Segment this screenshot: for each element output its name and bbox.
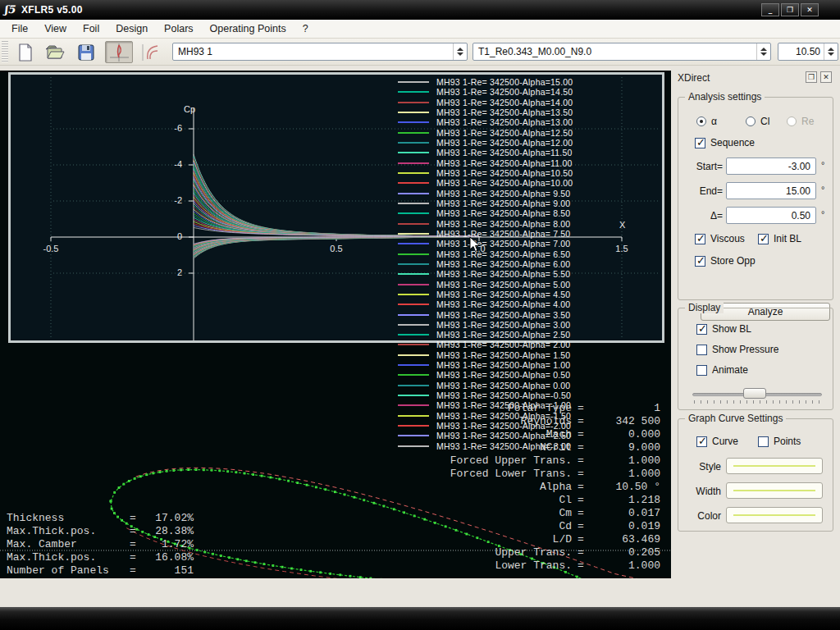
y-tick-label: -2 <box>161 195 182 205</box>
foil-prop-value: 17.02% <box>143 512 194 524</box>
legend-color-swatch <box>398 284 429 285</box>
oppoint-row: NCrit=9.000 <box>353 441 660 454</box>
alpha-spinbox[interactable]: 10.50 <box>778 43 838 61</box>
end-unit: ° <box>821 185 824 194</box>
oppoint-value: 0.205 <box>590 546 660 559</box>
legend-item: MH93 1-Re= 342500-Alpha= 6.50 <box>398 249 570 258</box>
polar-view-button[interactable] <box>136 41 164 63</box>
viscous-label: Viscous <box>710 233 745 244</box>
minimize-button[interactable]: _ <box>761 3 779 16</box>
init-bl-checkbox[interactable]: Init BL <box>758 233 801 244</box>
legend-color-swatch <box>398 102 429 103</box>
checkbox-box <box>758 436 769 447</box>
new-file-button[interactable] <box>13 41 38 63</box>
end-input[interactable] <box>726 182 816 199</box>
radio-alpha[interactable]: α <box>696 116 717 127</box>
slider-ticks <box>694 400 820 404</box>
equals: = <box>572 507 590 519</box>
oppoint-label: L/D <box>353 533 572 546</box>
y-tick-label: 2 <box>161 267 182 277</box>
oppoint-label: Cd <box>353 520 572 532</box>
oppoint-row: Forced Upper Trans.=1.000 <box>353 454 660 467</box>
dock-close-button[interactable]: ✕ <box>820 71 832 83</box>
style-dropdown[interactable] <box>726 458 823 474</box>
equals: = <box>130 512 143 524</box>
legend-color-swatch <box>398 193 429 194</box>
menu-item-?[interactable]: ? <box>294 21 317 37</box>
show-pressure-checkbox[interactable]: Show Pressure <box>696 344 778 355</box>
legend-item: MH93 1-Re= 342500-Alpha=14.00 <box>398 98 573 107</box>
oppoint-label: Polar Type <box>353 402 572 414</box>
oppoint-row: Cd=0.019 <box>353 520 660 532</box>
legend-label: MH93 1-Re= 342500-Alpha= 2.50 <box>436 330 570 340</box>
alpha-spinbox-spin[interactable] <box>824 43 838 60</box>
color-dropdown[interactable] <box>726 507 823 523</box>
radio-cl[interactable]: Cl <box>746 116 769 127</box>
oppoint-value: 0.000 <box>590 428 660 441</box>
legend-color-swatch <box>398 81 429 83</box>
legend-label: MH93 1-Re= 342500-Alpha=12.50 <box>436 128 573 138</box>
oppoint-value: 63.469 <box>590 533 660 546</box>
display-group: Display Show BL Show Pressure Animate <box>678 308 833 410</box>
dock-float-button[interactable]: ❐ <box>806 71 817 83</box>
width-dropdown[interactable] <box>726 482 823 499</box>
graphics-client-area[interactable]: Cp X -6-4-202 -0.50.51.01.5 MH93 1-Re= 3… <box>0 71 671 578</box>
init-bl-label: Init BL <box>774 233 801 244</box>
foil-selector-spin[interactable] <box>453 43 467 60</box>
equals: = <box>130 538 143 550</box>
polar-selector-combo[interactable]: T1_Re0.343_M0.00_N9.0 <box>472 43 771 61</box>
polar-selector-spin[interactable] <box>756 43 770 60</box>
legend-label: MH93 1-Re= 342500-Alpha=12.00 <box>436 138 573 148</box>
toolbar-drag-handle[interactable] <box>2 41 8 62</box>
legend-label: MH93 1-Re= 342500-Alpha= 4.50 <box>436 290 570 299</box>
menu-item-operating-points[interactable]: Operating Points <box>202 21 294 37</box>
foil-prop-row: Max.Thick.pos.=16.08% <box>7 551 195 564</box>
oppoint-value: 342 500 <box>590 415 660 427</box>
menu-item-foil[interactable]: Foil <box>75 21 107 37</box>
viscous-checkbox[interactable]: Viscous <box>695 233 745 244</box>
analysis-settings-title: Analysis settings <box>685 91 765 103</box>
oppoint-row: Cl=1.218 <box>353 494 660 506</box>
oppoint-label: Cm <box>353 507 572 519</box>
menu-item-polars[interactable]: Polars <box>156 21 201 37</box>
oppoint-row: Mach=0.000 <box>353 428 660 441</box>
animate-checkbox[interactable]: Animate <box>696 364 748 376</box>
x-tick-label: 0.5 <box>325 244 348 253</box>
menu-bar: FileViewFoilDesignPolarsOperating Points… <box>0 20 840 39</box>
sequence-checkbox[interactable]: Sequence <box>695 137 755 148</box>
taskbar: e ʃ5XFLR5 v5.00ʃ5XFLR5 v5.00▲Unnamed (па… <box>0 607 840 630</box>
store-opp-checkbox[interactable]: Store Opp <box>695 255 756 267</box>
open-file-button[interactable] <box>43 41 67 63</box>
width-swatch <box>733 490 815 491</box>
oppoint-value: 0.019 <box>590 520 660 532</box>
menu-item-view[interactable]: View <box>36 21 75 37</box>
close-button[interactable]: ✕ <box>801 3 819 16</box>
legend-color-swatch <box>398 142 429 144</box>
curve-checkbox[interactable]: Curve <box>696 436 738 447</box>
foil-prop-value: 16.08% <box>143 551 194 564</box>
animation-speed-slider[interactable] <box>692 388 822 404</box>
delta-unit: ° <box>821 209 824 219</box>
color-swatch <box>733 514 815 516</box>
save-button[interactable] <box>74 41 98 63</box>
delta-input[interactable] <box>726 207 816 224</box>
show-bl-checkbox[interactable]: Show BL <box>696 323 751 335</box>
legend-item: MH93 1-Re= 342500-Alpha=12.00 <box>398 138 573 148</box>
legend-item: MH93 1-Re= 342500-Alpha= 3.00 <box>398 320 570 330</box>
title-bar[interactable]: ʃ5 XFLR5 v5.00 _ ❐ ✕ <box>0 0 840 20</box>
store-opp-label: Store Opp <box>710 255 756 267</box>
menu-item-design[interactable]: Design <box>107 21 156 37</box>
legend-color-swatch <box>398 162 429 164</box>
slider-handle[interactable] <box>743 388 766 399</box>
points-checkbox[interactable]: Points <box>758 436 801 447</box>
legend-color-swatch <box>398 263 429 265</box>
cp-view-button[interactable] <box>105 41 133 63</box>
foil-prop-value: 1.72% <box>143 538 194 550</box>
equals: = <box>572 454 590 467</box>
restore-button[interactable]: ❐ <box>781 3 799 16</box>
radio-re[interactable]: Re <box>787 116 814 127</box>
start-input[interactable] <box>726 158 816 175</box>
dock-title: XDirect <box>678 72 710 84</box>
menu-item-file[interactable]: File <box>3 21 36 37</box>
foil-selector-combo[interactable]: MH93 1 <box>172 43 468 61</box>
